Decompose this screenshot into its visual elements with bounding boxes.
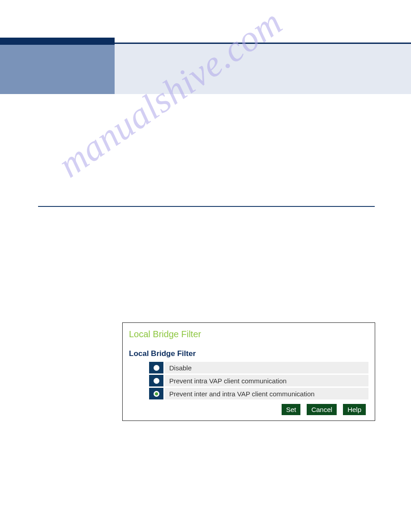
header-right-block (115, 44, 411, 94)
cancel-button[interactable]: Cancel (307, 404, 337, 415)
panel-title: Local Bridge Filter (129, 329, 368, 339)
panel-subtitle: Local Bridge Filter (129, 349, 368, 358)
radio-option-disable[interactable]: Disable (149, 362, 368, 373)
header-left-block (0, 45, 115, 94)
set-button[interactable]: Set (282, 404, 301, 415)
help-button[interactable]: Help (343, 404, 366, 415)
section-divider (38, 206, 375, 207)
radio-label: Prevent intra VAP client communication (165, 375, 368, 386)
radio-label: Disable (165, 362, 368, 373)
radio-button[interactable] (149, 375, 163, 386)
radio-button[interactable] (149, 362, 163, 373)
radio-button[interactable] (149, 388, 163, 399)
top-accent-bar (0, 38, 115, 45)
radio-option-inter-intra[interactable]: Prevent inter and intra VAP client commu… (149, 388, 368, 399)
radio-label: Prevent inter and intra VAP client commu… (165, 388, 368, 399)
radio-option-intra[interactable]: Prevent intra VAP client communication (149, 375, 368, 386)
button-row: Set Cancel Help (129, 404, 368, 415)
local-bridge-filter-panel: Local Bridge Filter Local Bridge Filter … (122, 322, 375, 421)
